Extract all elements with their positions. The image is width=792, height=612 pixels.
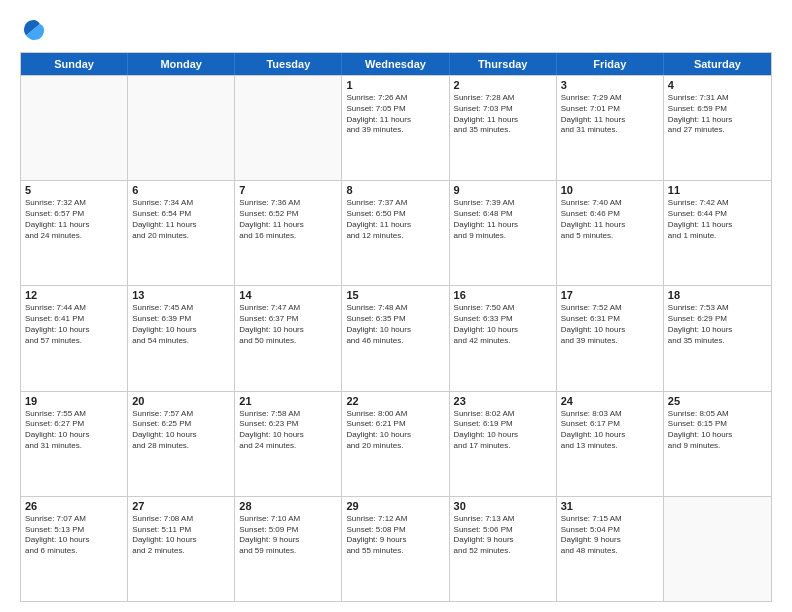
day-number: 5 <box>25 184 123 196</box>
calendar-day-13: 13Sunrise: 7:45 AM Sunset: 6:39 PM Dayli… <box>128 286 235 390</box>
day-number: 19 <box>25 395 123 407</box>
calendar-day-11: 11Sunrise: 7:42 AM Sunset: 6:44 PM Dayli… <box>664 181 771 285</box>
calendar-day-2: 2Sunrise: 7:28 AM Sunset: 7:03 PM Daylig… <box>450 76 557 180</box>
header-day-saturday: Saturday <box>664 53 771 75</box>
calendar-day-4: 4Sunrise: 7:31 AM Sunset: 6:59 PM Daylig… <box>664 76 771 180</box>
calendar-day-8: 8Sunrise: 7:37 AM Sunset: 6:50 PM Daylig… <box>342 181 449 285</box>
calendar-day-19: 19Sunrise: 7:55 AM Sunset: 6:27 PM Dayli… <box>21 392 128 496</box>
day-number: 30 <box>454 500 552 512</box>
day-info: Sunrise: 7:44 AM Sunset: 6:41 PM Dayligh… <box>25 303 123 346</box>
calendar-day-10: 10Sunrise: 7:40 AM Sunset: 6:46 PM Dayli… <box>557 181 664 285</box>
calendar-day-12: 12Sunrise: 7:44 AM Sunset: 6:41 PM Dayli… <box>21 286 128 390</box>
day-number: 6 <box>132 184 230 196</box>
calendar-day-6: 6Sunrise: 7:34 AM Sunset: 6:54 PM Daylig… <box>128 181 235 285</box>
calendar-row-3: 19Sunrise: 7:55 AM Sunset: 6:27 PM Dayli… <box>21 391 771 496</box>
calendar-day-3: 3Sunrise: 7:29 AM Sunset: 7:01 PM Daylig… <box>557 76 664 180</box>
day-number: 1 <box>346 79 444 91</box>
day-number: 25 <box>668 395 767 407</box>
calendar-empty-cell <box>21 76 128 180</box>
day-number: 24 <box>561 395 659 407</box>
calendar-day-22: 22Sunrise: 8:00 AM Sunset: 6:21 PM Dayli… <box>342 392 449 496</box>
calendar-day-30: 30Sunrise: 7:13 AM Sunset: 5:06 PM Dayli… <box>450 497 557 601</box>
calendar-day-29: 29Sunrise: 7:12 AM Sunset: 5:08 PM Dayli… <box>342 497 449 601</box>
day-number: 28 <box>239 500 337 512</box>
day-info: Sunrise: 7:31 AM Sunset: 6:59 PM Dayligh… <box>668 93 767 136</box>
day-info: Sunrise: 7:48 AM Sunset: 6:35 PM Dayligh… <box>346 303 444 346</box>
day-info: Sunrise: 7:58 AM Sunset: 6:23 PM Dayligh… <box>239 409 337 452</box>
calendar-day-14: 14Sunrise: 7:47 AM Sunset: 6:37 PM Dayli… <box>235 286 342 390</box>
day-info: Sunrise: 7:12 AM Sunset: 5:08 PM Dayligh… <box>346 514 444 557</box>
calendar-body: 1Sunrise: 7:26 AM Sunset: 7:05 PM Daylig… <box>21 75 771 601</box>
day-info: Sunrise: 7:47 AM Sunset: 6:37 PM Dayligh… <box>239 303 337 346</box>
day-number: 26 <box>25 500 123 512</box>
day-info: Sunrise: 7:39 AM Sunset: 6:48 PM Dayligh… <box>454 198 552 241</box>
logo-icon <box>20 16 48 44</box>
day-number: 4 <box>668 79 767 91</box>
day-info: Sunrise: 7:55 AM Sunset: 6:27 PM Dayligh… <box>25 409 123 452</box>
day-number: 16 <box>454 289 552 301</box>
calendar-day-1: 1Sunrise: 7:26 AM Sunset: 7:05 PM Daylig… <box>342 76 449 180</box>
header <box>20 16 772 44</box>
day-info: Sunrise: 7:40 AM Sunset: 6:46 PM Dayligh… <box>561 198 659 241</box>
header-day-wednesday: Wednesday <box>342 53 449 75</box>
calendar-day-16: 16Sunrise: 7:50 AM Sunset: 6:33 PM Dayli… <box>450 286 557 390</box>
day-info: Sunrise: 7:32 AM Sunset: 6:57 PM Dayligh… <box>25 198 123 241</box>
calendar-day-20: 20Sunrise: 7:57 AM Sunset: 6:25 PM Dayli… <box>128 392 235 496</box>
calendar: SundayMondayTuesdayWednesdayThursdayFrid… <box>20 52 772 602</box>
header-day-friday: Friday <box>557 53 664 75</box>
logo <box>20 16 52 44</box>
calendar-day-7: 7Sunrise: 7:36 AM Sunset: 6:52 PM Daylig… <box>235 181 342 285</box>
day-number: 23 <box>454 395 552 407</box>
calendar-header: SundayMondayTuesdayWednesdayThursdayFrid… <box>21 53 771 75</box>
day-number: 2 <box>454 79 552 91</box>
day-info: Sunrise: 7:52 AM Sunset: 6:31 PM Dayligh… <box>561 303 659 346</box>
day-info: Sunrise: 7:08 AM Sunset: 5:11 PM Dayligh… <box>132 514 230 557</box>
calendar-day-17: 17Sunrise: 7:52 AM Sunset: 6:31 PM Dayli… <box>557 286 664 390</box>
day-number: 29 <box>346 500 444 512</box>
day-number: 11 <box>668 184 767 196</box>
header-day-thursday: Thursday <box>450 53 557 75</box>
day-info: Sunrise: 7:42 AM Sunset: 6:44 PM Dayligh… <box>668 198 767 241</box>
calendar-day-21: 21Sunrise: 7:58 AM Sunset: 6:23 PM Dayli… <box>235 392 342 496</box>
day-number: 27 <box>132 500 230 512</box>
day-number: 9 <box>454 184 552 196</box>
day-info: Sunrise: 7:36 AM Sunset: 6:52 PM Dayligh… <box>239 198 337 241</box>
calendar-empty-cell <box>664 497 771 601</box>
calendar-empty-cell <box>128 76 235 180</box>
day-number: 7 <box>239 184 337 196</box>
calendar-row-1: 5Sunrise: 7:32 AM Sunset: 6:57 PM Daylig… <box>21 180 771 285</box>
header-day-tuesday: Tuesday <box>235 53 342 75</box>
day-number: 3 <box>561 79 659 91</box>
calendar-day-25: 25Sunrise: 8:05 AM Sunset: 6:15 PM Dayli… <box>664 392 771 496</box>
day-number: 31 <box>561 500 659 512</box>
calendar-day-27: 27Sunrise: 7:08 AM Sunset: 5:11 PM Dayli… <box>128 497 235 601</box>
day-info: Sunrise: 7:28 AM Sunset: 7:03 PM Dayligh… <box>454 93 552 136</box>
day-info: Sunrise: 7:15 AM Sunset: 5:04 PM Dayligh… <box>561 514 659 557</box>
day-number: 13 <box>132 289 230 301</box>
header-day-monday: Monday <box>128 53 235 75</box>
day-info: Sunrise: 7:13 AM Sunset: 5:06 PM Dayligh… <box>454 514 552 557</box>
calendar-row-4: 26Sunrise: 7:07 AM Sunset: 5:13 PM Dayli… <box>21 496 771 601</box>
day-number: 15 <box>346 289 444 301</box>
day-info: Sunrise: 8:02 AM Sunset: 6:19 PM Dayligh… <box>454 409 552 452</box>
day-info: Sunrise: 7:45 AM Sunset: 6:39 PM Dayligh… <box>132 303 230 346</box>
calendar-day-15: 15Sunrise: 7:48 AM Sunset: 6:35 PM Dayli… <box>342 286 449 390</box>
calendar-day-9: 9Sunrise: 7:39 AM Sunset: 6:48 PM Daylig… <box>450 181 557 285</box>
day-info: Sunrise: 8:00 AM Sunset: 6:21 PM Dayligh… <box>346 409 444 452</box>
page: SundayMondayTuesdayWednesdayThursdayFrid… <box>0 0 792 612</box>
day-info: Sunrise: 7:53 AM Sunset: 6:29 PM Dayligh… <box>668 303 767 346</box>
day-number: 14 <box>239 289 337 301</box>
day-info: Sunrise: 7:26 AM Sunset: 7:05 PM Dayligh… <box>346 93 444 136</box>
calendar-day-23: 23Sunrise: 8:02 AM Sunset: 6:19 PM Dayli… <box>450 392 557 496</box>
calendar-day-18: 18Sunrise: 7:53 AM Sunset: 6:29 PM Dayli… <box>664 286 771 390</box>
day-info: Sunrise: 7:34 AM Sunset: 6:54 PM Dayligh… <box>132 198 230 241</box>
day-info: Sunrise: 8:03 AM Sunset: 6:17 PM Dayligh… <box>561 409 659 452</box>
calendar-day-26: 26Sunrise: 7:07 AM Sunset: 5:13 PM Dayli… <box>21 497 128 601</box>
calendar-empty-cell <box>235 76 342 180</box>
calendar-day-24: 24Sunrise: 8:03 AM Sunset: 6:17 PM Dayli… <box>557 392 664 496</box>
day-number: 12 <box>25 289 123 301</box>
day-number: 8 <box>346 184 444 196</box>
day-number: 20 <box>132 395 230 407</box>
day-number: 21 <box>239 395 337 407</box>
day-number: 10 <box>561 184 659 196</box>
